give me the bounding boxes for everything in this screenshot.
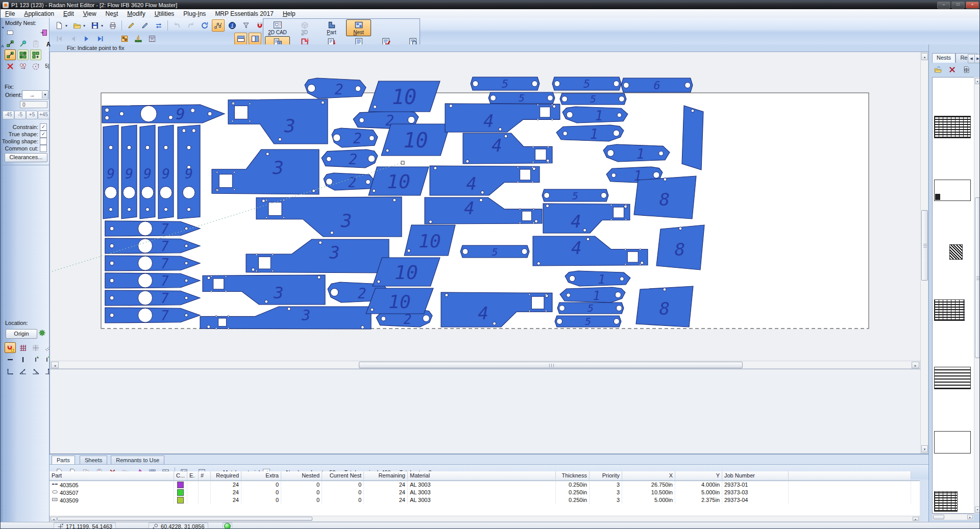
barv-icon[interactable] xyxy=(17,354,29,365)
mode-nest-button[interactable]: Nest xyxy=(346,19,371,36)
checkbox[interactable]: ✓ xyxy=(40,131,47,138)
scroll-right-icon[interactable]: ▸ xyxy=(913,517,919,521)
column-header-required[interactable]: Required xyxy=(211,471,241,480)
splitv-icon[interactable] xyxy=(249,33,261,45)
swap-icon[interactable] xyxy=(152,19,165,32)
nest-drawing[interactable]: 9999997777773333332222222101010101010444… xyxy=(50,52,920,361)
snapa-icon[interactable] xyxy=(30,354,41,365)
parts-hscroll-thumb[interactable] xyxy=(57,517,312,521)
fillgrid-icon[interactable] xyxy=(30,49,41,60)
page-icon[interactable] xyxy=(53,19,65,32)
rotate-plus45-button[interactable]: +45 xyxy=(38,111,50,119)
bolt-icon[interactable] xyxy=(132,33,144,45)
letterA-icon[interactable]: A xyxy=(43,38,54,49)
maximize-button[interactable]: □ xyxy=(951,2,965,9)
dropdown-caret-icon[interactable]: ▾ xyxy=(65,23,69,28)
menu-application[interactable]: Application xyxy=(19,10,59,17)
menu-modify[interactable]: Modify xyxy=(122,10,150,17)
minimize-button[interactable]: – xyxy=(937,2,950,9)
gridorange-icon[interactable] xyxy=(118,33,131,45)
movepart-icon[interactable] xyxy=(5,49,16,60)
redx2-icon[interactable] xyxy=(946,64,958,74)
column-header-extra[interactable]: Extra xyxy=(241,471,281,480)
scroll-down-icon[interactable]: ▾ xyxy=(921,445,928,452)
movepart-icon[interactable] xyxy=(5,38,16,49)
scroll-left-icon[interactable]: ◂ xyxy=(51,517,57,521)
table-row[interactable]: 4035052400024AL 30030.250in326.750in4.00… xyxy=(50,481,911,489)
column-header-x[interactable]: X xyxy=(622,471,675,480)
rectsel-icon[interactable] xyxy=(5,27,16,38)
tab-scroll-left-icon[interactable]: ◀ xyxy=(968,54,975,63)
nest-thumbnail-7[interactable] xyxy=(934,491,958,512)
scroll-left-icon[interactable]: ◂ xyxy=(51,362,59,368)
checkbox[interactable] xyxy=(40,138,47,145)
checkbox[interactable]: ✓ xyxy=(40,123,47,131)
disk-icon[interactable] xyxy=(88,19,101,32)
gridfine-icon[interactable] xyxy=(30,342,41,353)
dropdown-caret-icon[interactable]: ▾ xyxy=(83,23,87,28)
navprev-icon[interactable] xyxy=(66,33,79,45)
table-row[interactable]: 4035072400024AL 30030.250in310.500in5.00… xyxy=(50,489,911,496)
pencil2-icon[interactable] xyxy=(138,19,151,32)
nests-vscrollbar[interactable]: ▴ ▾ xyxy=(974,77,980,514)
rotate-minus45-button[interactable]: -45 xyxy=(3,111,14,119)
column-header-c[interactable]: C... xyxy=(174,471,187,480)
dropdown-caret-icon[interactable]: ▾ xyxy=(101,23,105,28)
canvas-vscrollbar[interactable]: ▴ ▾ xyxy=(920,52,928,454)
nodes-icon[interactable] xyxy=(212,19,225,32)
nest-thumbnail-3[interactable] xyxy=(949,244,963,260)
column-header-job[interactable]: Job Number xyxy=(722,471,789,480)
tab-nests[interactable]: Nests xyxy=(932,53,955,63)
nest-thumbnail-list[interactable] xyxy=(932,77,975,514)
gridblue-icon[interactable] xyxy=(145,33,158,45)
splith-icon[interactable] xyxy=(234,33,247,45)
ang2-icon[interactable] xyxy=(30,366,41,376)
column-header-num[interactable]: # xyxy=(199,471,211,480)
magnetloc-icon[interactable] xyxy=(5,342,16,353)
column-header-thickness[interactable]: Thickness xyxy=(556,471,590,480)
openfolder-icon[interactable] xyxy=(932,64,943,74)
redo-icon[interactable] xyxy=(184,19,197,32)
axes-icon[interactable] xyxy=(5,366,16,376)
column-header-current[interactable]: Current Nest xyxy=(322,471,364,480)
column-header-y[interactable]: Y xyxy=(675,471,722,480)
pencil-icon[interactable] xyxy=(125,19,137,32)
navfirst-icon[interactable] xyxy=(53,33,65,45)
canvas-vscroll-thumb[interactable] xyxy=(921,210,928,281)
delred-icon[interactable] xyxy=(5,61,16,71)
scroll-right-icon[interactable]: ▸ xyxy=(912,362,919,368)
column-header-material[interactable]: Material xyxy=(408,471,556,480)
column-header-e[interactable]: E. xyxy=(187,471,199,480)
tab-scroll-right-icon[interactable]: ▶ xyxy=(974,54,980,63)
menu-nest[interactable]: Nest xyxy=(101,10,123,17)
print-icon[interactable] xyxy=(106,19,119,32)
navlast-icon[interactable] xyxy=(94,33,107,45)
column-header-part[interactable]: Part xyxy=(50,471,174,480)
menu-file[interactable]: File xyxy=(1,10,19,17)
folder-icon[interactable] xyxy=(70,19,83,32)
mode-3d-button[interactable]: 3D xyxy=(292,19,317,36)
checkbox[interactable] xyxy=(40,145,47,152)
scroll-down-icon[interactable]: ▾ xyxy=(975,507,980,513)
nests-vscroll-thumb[interactable] xyxy=(975,197,980,358)
scroll-up-icon[interactable]: ▴ xyxy=(975,78,980,84)
gridmaroon-icon[interactable] xyxy=(17,342,29,353)
rotate-minus5-button[interactable]: -5 xyxy=(14,111,26,119)
column-header-remaining[interactable]: Remaining xyxy=(364,471,408,480)
seq-icon[interactable] xyxy=(17,61,29,71)
column-header-nested[interactable]: Nested xyxy=(281,471,322,480)
pinpart-icon[interactable] xyxy=(17,38,29,49)
orient-dropdown[interactable]: → ▼ xyxy=(22,90,48,99)
nest-thumbnail-1[interactable] xyxy=(934,116,971,138)
info-icon[interactable]: i xyxy=(226,19,238,32)
rotate-plus5-button[interactable]: +5 xyxy=(26,111,38,119)
parts-hscrollbar[interactable]: ◂ ▸ xyxy=(50,516,920,522)
menu-utilities[interactable]: Utilities xyxy=(150,10,179,17)
nest-thumbnail-4[interactable] xyxy=(934,299,965,321)
canvas-hscrollbar[interactable]: ◂ ▸ xyxy=(50,361,920,369)
nests-hscroll-thumb[interactable] xyxy=(933,515,944,519)
menu-plug-ins[interactable]: Plug-Ins xyxy=(179,10,210,17)
scroll-up-icon[interactable]: ▴ xyxy=(921,53,928,60)
menu-edit[interactable]: Edit xyxy=(59,10,79,17)
ang1-icon[interactable] xyxy=(17,366,29,376)
